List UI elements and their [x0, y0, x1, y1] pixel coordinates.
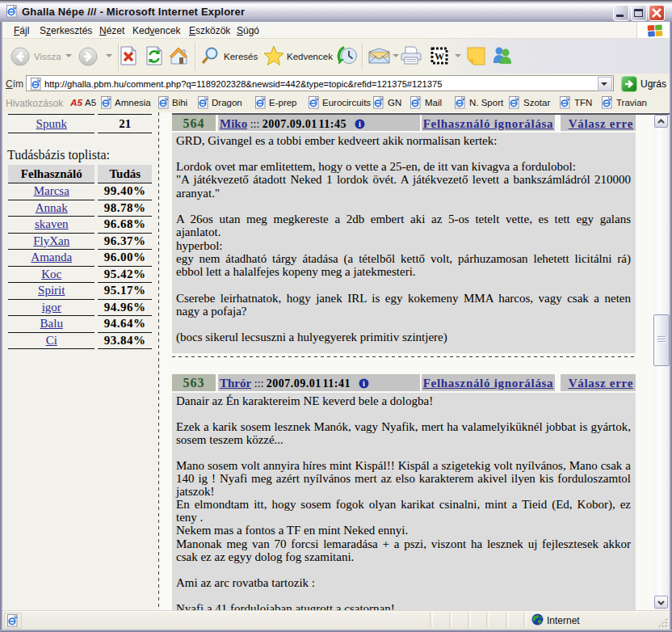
svg-text:W: W [435, 51, 444, 62]
svg-text:i: i [359, 120, 362, 129]
svg-text:i: i [363, 379, 366, 388]
svg-text:A5: A5 [70, 97, 82, 107]
